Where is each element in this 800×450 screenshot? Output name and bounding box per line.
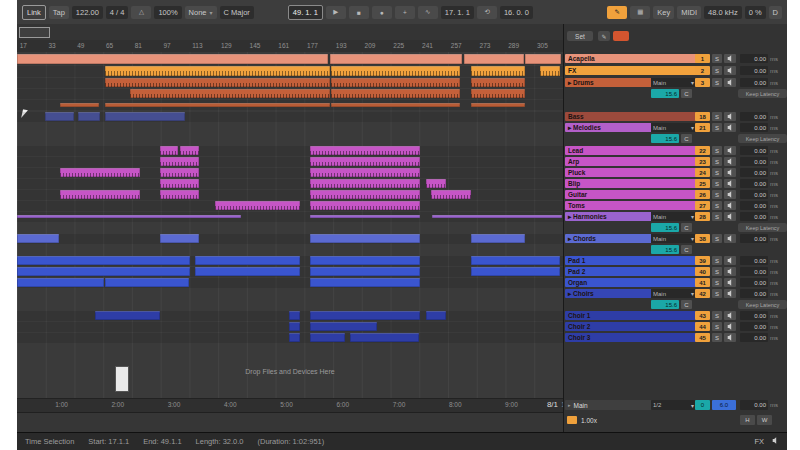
keep-latency-button[interactable]: Keep Latency [738,300,787,309]
clip-pad-1[interactable] [195,256,300,265]
track-name[interactable]: Pad 2 [565,267,697,276]
clip-pad-2[interactable] [195,267,300,276]
track-name[interactable]: Choir 3 [565,333,697,342]
track-activator-speaker-icon[interactable] [724,66,736,75]
track-number-badge[interactable]: 41 [695,278,710,287]
output-routing-dropdown[interactable]: Main▾ [651,78,696,87]
clip-drums-b[interactable] [471,89,526,98]
track-number-badge[interactable]: 18 [695,112,710,121]
fx-label[interactable]: FX [754,437,764,446]
track-delay-field[interactable]: 0.00 [740,190,768,199]
track-number-badge[interactable]: 40 [695,267,710,276]
clip-pad-1[interactable] [471,256,561,265]
record-marker-icon[interactable] [613,31,629,41]
track-name[interactable]: Toms [565,201,697,210]
clip-drums-a[interactable] [471,78,526,87]
output-routing-dropdown[interactable]: Main▾ [651,289,696,298]
clip-choir-3[interactable] [310,333,345,342]
clip-fx[interactable] [331,66,459,76]
crossfade-assign-button[interactable]: C [681,89,692,98]
clip-drums-a[interactable] [105,78,330,87]
track-delay-field[interactable]: 0.00 [740,333,768,342]
track-number-badge[interactable]: 23 [695,157,710,166]
stop-button[interactable]: ■ [349,6,369,19]
clip-harmonies[interactable] [17,215,241,218]
track-number-badge[interactable]: 27 [695,201,710,210]
speed-value[interactable]: 1.00x [581,415,597,425]
track-delay-field[interactable]: 0.00 [740,322,768,331]
track-activator-speaker-icon[interactable] [724,234,736,243]
track-delay-field[interactable]: 0.00 [740,289,768,298]
scale-display[interactable]: C Major [220,6,254,19]
track-number-badge[interactable]: 38 [695,234,710,243]
solo-button[interactable]: S [712,54,722,63]
clip-pluck[interactable] [60,168,140,177]
loop-length-display[interactable]: 16. 0. 0 [500,6,533,19]
track-activator-speaker-icon[interactable] [724,201,736,210]
solo-button[interactable]: S [712,256,722,265]
track-activator-speaker-icon[interactable] [724,289,736,298]
grid-dropdown[interactable]: 1/2 ▾ [651,400,696,410]
group-gain-field[interactable]: 15.6 [651,89,679,98]
clip-blip[interactable] [160,179,199,188]
track-number-badge[interactable]: 44 [695,322,710,331]
follow-button[interactable]: ▦ [630,6,650,19]
record-button[interactable]: ● [372,6,392,19]
track-delay-field[interactable]: 0.00 [740,123,768,132]
track-delay-field[interactable]: 0.00 [740,66,768,75]
solo-button[interactable]: S [712,190,722,199]
midi-map-button[interactable]: MIDI [677,6,701,19]
track-delay-field[interactable]: 0.00 [740,54,768,63]
pan-field[interactable]: 0 [695,400,710,410]
track-delay-field[interactable]: 0.00 [740,112,768,121]
track-name[interactable]: Choir 2 [565,322,697,331]
solo-button[interactable]: S [712,278,722,287]
set-locator-button[interactable]: Set [567,31,593,41]
clip-choir-3[interactable] [289,333,299,342]
solo-button[interactable]: S [712,267,722,276]
loop-brace[interactable] [19,27,49,38]
cpu-meter-display[interactable]: 0 % [745,6,766,19]
clip-chords[interactable] [471,234,526,243]
automation-arm-button[interactable]: ∿ [418,6,438,19]
track-activator-speaker-icon[interactable] [724,190,736,199]
solo-button[interactable]: S [712,289,722,298]
track-activator-speaker-icon[interactable] [724,256,736,265]
track-number-badge[interactable]: 25 [695,179,710,188]
clip-arp[interactable] [160,157,199,166]
ghost-clip[interactable] [115,366,129,392]
solo-button[interactable]: S [712,201,722,210]
clip-lead[interactable] [180,146,199,155]
crossfade-assign-button[interactable]: C [681,223,692,232]
track-activator-speaker-icon[interactable] [724,54,736,63]
keep-latency-button[interactable]: Keep Latency [738,134,787,143]
track-number-badge[interactable]: 39 [695,256,710,265]
track-activator-speaker-icon[interactable] [724,78,736,87]
play-button[interactable]: ▶ [326,6,346,19]
clip-blip[interactable] [426,179,446,188]
clip-pad-2[interactable] [310,267,420,276]
track-delay-field[interactable]: 0.00 [740,179,768,188]
solo-button[interactable]: S [712,179,722,188]
arrangement-position-display[interactable]: 49. 1. 1 [288,5,323,20]
clip-toms[interactable] [215,201,300,210]
track-name[interactable]: ▸ Melodies [565,123,652,132]
time-signature-display[interactable]: 4 / 4 [106,6,129,19]
clip-choir-1[interactable] [289,311,299,320]
clip-pad-2[interactable] [17,267,190,276]
track-name[interactable]: Organ [565,278,697,287]
solo-button[interactable]: S [712,212,722,221]
crossfade-assign-button[interactable]: C [681,245,692,254]
track-name[interactable]: FX [565,66,697,75]
clip-drums-c[interactable] [331,103,459,107]
clip-choir-2[interactable] [289,322,299,331]
clip-bass[interactable] [105,112,185,121]
disk-overload-indicator[interactable]: D [769,6,782,19]
metronome-icon[interactable]: △ [131,6,151,19]
track-activator-speaker-icon[interactable] [724,179,736,188]
track-activator-speaker-icon[interactable] [724,212,736,221]
output-routing-dropdown[interactable]: Main▾ [651,212,696,221]
zoom-width-button[interactable]: W [757,415,772,425]
clip-choir-2[interactable] [310,322,377,331]
track-number-badge[interactable]: 1 [695,54,710,63]
